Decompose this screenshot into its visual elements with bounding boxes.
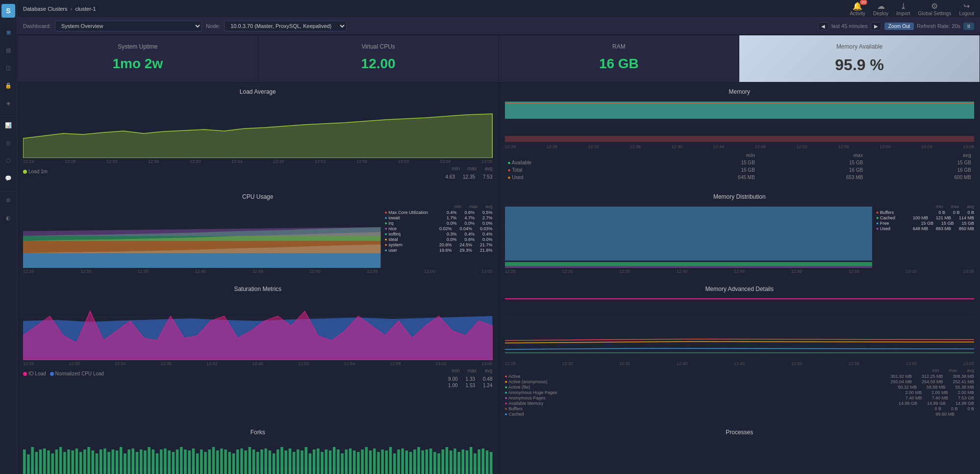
svg-rect-100 bbox=[244, 450, 247, 474]
sidebar-icon-package[interactable]: ⬡ bbox=[1, 154, 15, 167]
svg-rect-61 bbox=[87, 447, 90, 474]
memory-distribution-title: Memory Distribution bbox=[505, 193, 975, 200]
svg-rect-119 bbox=[321, 452, 323, 474]
refresh-button[interactable]: ⏸ bbox=[963, 23, 974, 30]
saturation-panel: Saturation Metrics 12:2612:3012:3412:381… bbox=[17, 280, 499, 423]
load-average-xaxis: 12:2412:2812:3212:3612:4012:4412:4812:52… bbox=[23, 159, 493, 164]
svg-rect-107 bbox=[273, 453, 275, 474]
charts-row-2: CPU Usage bbox=[17, 187, 980, 280]
svg-rect-127 bbox=[353, 450, 355, 474]
svg-rect-95 bbox=[224, 449, 226, 474]
svg-rect-112 bbox=[293, 452, 295, 474]
svg-rect-68 bbox=[116, 450, 118, 474]
sidebar-icon-lock[interactable]: 🔒 bbox=[1, 79, 15, 92]
sidebar-icon-shield[interactable]: ◈ bbox=[1, 96, 15, 110]
svg-rect-65 bbox=[103, 448, 106, 474]
svg-rect-155 bbox=[466, 450, 468, 474]
vcpu-value: 12.00 bbox=[268, 56, 489, 72]
memory-advanced-title: Memory Advanced Details bbox=[505, 286, 975, 292]
dashboard-toolbar: Dashboard: System Overview Node: 10.0.3.… bbox=[17, 18, 980, 35]
svg-rect-45 bbox=[23, 449, 25, 474]
prev-time-button[interactable]: ◀ bbox=[818, 22, 829, 30]
svg-rect-143 bbox=[417, 447, 420, 474]
svg-rect-53 bbox=[55, 449, 58, 474]
deploy-icon: ☁ bbox=[873, 1, 888, 11]
svg-rect-152 bbox=[453, 448, 456, 474]
svg-rect-93 bbox=[216, 450, 219, 474]
sidebar-icon-chart[interactable]: 📊 bbox=[1, 118, 15, 132]
svg-rect-156 bbox=[470, 447, 472, 474]
svg-marker-3 bbox=[23, 114, 493, 158]
svg-rect-78 bbox=[156, 453, 158, 474]
svg-rect-118 bbox=[317, 448, 319, 474]
svg-rect-99 bbox=[240, 448, 243, 474]
memory-panel: Memory 12:2412:2812:3212:3612:4012:4412:… bbox=[499, 82, 980, 187]
memory-distribution-chart bbox=[505, 204, 873, 268]
processes-chart bbox=[505, 440, 975, 474]
svg-rect-62 bbox=[92, 450, 94, 474]
vcpu-card: Virtual CPUs 12.00 bbox=[258, 35, 499, 82]
activity-button[interactable]: 🔔20 Activity bbox=[850, 1, 865, 16]
memory-stats-table: minmaxavg ● Available 15 GB15 GB15 GB ● … bbox=[505, 151, 975, 182]
svg-rect-158 bbox=[477, 449, 480, 474]
sidebar-icon-settings[interactable]: ⚙ bbox=[1, 193, 15, 207]
sidebar-icon-layers[interactable]: ◫ bbox=[1, 61, 15, 75]
svg-rect-96 bbox=[228, 452, 231, 474]
svg-rect-136 bbox=[389, 447, 392, 474]
svg-rect-85 bbox=[184, 449, 186, 474]
svg-rect-135 bbox=[385, 450, 388, 474]
ram-title: RAM bbox=[509, 43, 729, 50]
stats-row: System Uptime 1mo 2w Virtual CPUs 12.00 … bbox=[17, 35, 980, 82]
svg-rect-7 bbox=[505, 102, 975, 119]
svg-rect-73 bbox=[136, 452, 138, 474]
app-logo[interactable]: S bbox=[1, 4, 15, 18]
import-icon: ⤓ bbox=[896, 1, 910, 11]
load-average-legend: Load 1m bbox=[23, 169, 48, 174]
svg-rect-115 bbox=[305, 447, 307, 474]
dashboard-label: Dashboard: bbox=[23, 23, 51, 29]
sidebar-icon-home[interactable]: ⊞ bbox=[1, 26, 15, 39]
topbar: Database Clusters › cluster-1 🔔20 Activi… bbox=[17, 0, 980, 18]
svg-rect-104 bbox=[260, 449, 263, 474]
import-button[interactable]: ⤓ Import bbox=[896, 1, 910, 16]
next-time-button[interactable]: ▶ bbox=[871, 22, 881, 30]
sidebar-icon-chat[interactable]: ◎ bbox=[1, 136, 15, 150]
svg-rect-149 bbox=[442, 449, 444, 474]
svg-rect-75 bbox=[144, 450, 146, 474]
sidebar-icon-servers[interactable]: ▤ bbox=[1, 43, 15, 57]
uptime-title: System Uptime bbox=[27, 43, 248, 50]
svg-rect-122 bbox=[333, 447, 335, 474]
svg-rect-141 bbox=[409, 452, 412, 474]
svg-rect-148 bbox=[437, 453, 440, 474]
charts-row-4: Forks bars placeholder bbox=[17, 423, 980, 474]
svg-rect-50 bbox=[43, 448, 46, 474]
dashboard-select[interactable]: System Overview bbox=[55, 21, 202, 31]
processes-panel: Processes bbox=[499, 423, 980, 474]
zoom-out-button[interactable]: Zoom Out bbox=[884, 23, 914, 30]
svg-rect-88 bbox=[196, 453, 199, 474]
sidebar-icon-comment[interactable]: 💬 bbox=[1, 171, 15, 185]
deploy-button[interactable]: ☁ Deploy bbox=[873, 1, 888, 16]
logout-button[interactable]: ↪ Logout bbox=[959, 1, 974, 16]
global-settings-button[interactable]: ⚙ Global Settings bbox=[918, 1, 952, 16]
svg-rect-56 bbox=[67, 449, 70, 474]
processes-title: Processes bbox=[505, 429, 975, 436]
memory-xaxis: 12:2412:2812:3212:3612:4012:4412:4812:52… bbox=[505, 144, 975, 149]
svg-rect-153 bbox=[457, 452, 460, 474]
vcpu-title: Virtual CPUs bbox=[268, 43, 489, 50]
node-select[interactable]: 10.0.3.70 (Master, ProxySQL, Keepalived) bbox=[224, 21, 347, 31]
svg-rect-150 bbox=[446, 447, 448, 474]
ram-value: 16 GB bbox=[509, 56, 729, 72]
global-settings-icon: ⚙ bbox=[918, 1, 952, 11]
svg-rect-63 bbox=[96, 453, 98, 474]
svg-rect-91 bbox=[208, 449, 211, 474]
sidebar-icon-moon[interactable]: ◐ bbox=[1, 211, 15, 225]
memory-advanced-legend: minmaxavg ● Active 301.92 MB312.25 MB308… bbox=[505, 368, 975, 417]
svg-rect-46 bbox=[27, 454, 29, 474]
svg-rect-110 bbox=[284, 450, 287, 474]
breadcrumb: Database Clusters › cluster-1 bbox=[23, 6, 96, 12]
svg-rect-133 bbox=[377, 452, 379, 474]
svg-rect-116 bbox=[309, 453, 311, 474]
svg-rect-97 bbox=[232, 453, 235, 474]
svg-rect-121 bbox=[329, 450, 331, 474]
